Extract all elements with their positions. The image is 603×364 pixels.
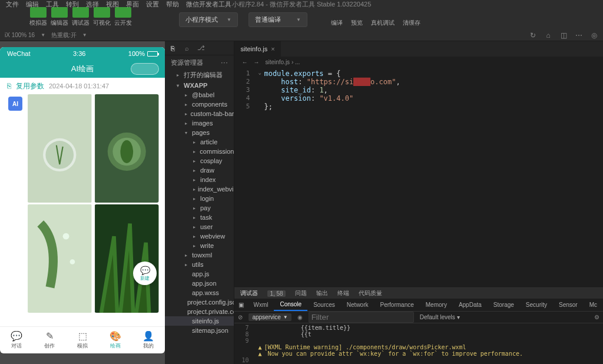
tree-item[interactable]: ▸login [165, 194, 234, 203]
menu-item[interactable]: 视图 [106, 0, 119, 9]
devtools-tab-security[interactable]: Security [520, 299, 553, 311]
image-thumb[interactable] [94, 94, 160, 203]
image-thumb[interactable] [27, 204, 92, 313]
tree-item[interactable]: project.config.json [165, 297, 234, 307]
nav-chat[interactable]: 💬对话 [0, 327, 33, 353]
menu-item[interactable]: 文件 [6, 0, 19, 9]
image-thumb[interactable] [27, 94, 92, 203]
tree-item[interactable]: project.private.config.json [165, 307, 234, 316]
code-editor[interactable]: 1⌄module.exports = { 2 host: "https://si… [234, 67, 603, 287]
nav-back-icon[interactable]: ← [241, 59, 247, 65]
tree-item[interactable]: ▸draw [165, 166, 234, 175]
cloud-toggle[interactable]: 云开发 [114, 7, 132, 27]
tree-item[interactable]: ▸article [165, 137, 234, 147]
menu-item[interactable]: 帮助 [166, 0, 179, 9]
tree-item[interactable]: ▸index_webview [165, 184, 234, 194]
menu-item[interactable]: 界面 [126, 0, 139, 9]
devtools-tab-sources[interactable]: Sources [307, 299, 341, 311]
search-tab-icon[interactable]: ⌕ [181, 43, 192, 54]
camera-icon[interactable]: ◎ [590, 31, 598, 39]
menu-item[interactable]: 转到 [66, 0, 79, 9]
terminal-tab[interactable]: 终端 [337, 289, 349, 297]
tree-item[interactable]: ▸utils [165, 260, 234, 269]
devtools-tab-mc[interactable]: Mc [584, 299, 603, 311]
nav-create[interactable]: ✎创作 [33, 327, 66, 353]
tree-item[interactable]: app.wxss [165, 288, 234, 297]
tree-item[interactable]: ▾pages [165, 128, 234, 137]
tree-item[interactable]: app.js [165, 269, 234, 279]
editor-toggle[interactable]: 编辑器 [51, 7, 68, 27]
tree-item[interactable]: siteinfo.js [165, 316, 234, 326]
menu-item[interactable]: 微信开发者工具 [186, 0, 231, 9]
split-icon[interactable]: ◫ [559, 31, 568, 39]
tree-item[interactable]: ▸webview [165, 231, 234, 241]
menu-item[interactable]: 工具 [46, 0, 59, 9]
tree-item[interactable]: ▸pay [165, 203, 234, 213]
clear-cache-button[interactable]: 清缓存 [403, 19, 420, 27]
mode-select[interactable]: 小程序模式▼ [179, 12, 238, 27]
home-icon[interactable]: ⌂ [544, 31, 552, 39]
inspect-icon[interactable]: ▣ [234, 299, 247, 311]
breadcrumb-path[interactable]: siteinfo.js › ... [265, 59, 300, 65]
tree-item[interactable]: ▸towxml [165, 250, 234, 260]
preview-button[interactable]: 预览 [351, 19, 363, 27]
devtools-tab-sensor[interactable]: Sensor [553, 299, 584, 311]
section-open-editors[interactable]: ▸打开的编辑器 [165, 70, 234, 81]
image-thumb[interactable] [94, 204, 160, 313]
nav-simulate[interactable]: ⬚模拟 [66, 327, 99, 353]
devtools-tab-console[interactable]: Console [274, 299, 307, 311]
remote-debug-button[interactable]: 真机调试 [371, 19, 395, 27]
tree-item[interactable]: app.json [165, 279, 234, 288]
debugger-toggle[interactable]: 调试器 [72, 7, 90, 27]
editor-tab[interactable]: siteinfo.js × [234, 41, 280, 57]
section-project[interactable]: ▾WXAPP [165, 81, 234, 90]
levels-select[interactable]: Default levels ▾ [420, 314, 460, 320]
close-tab-icon[interactable]: × [271, 45, 274, 52]
devtools-tab-appdata[interactable]: AppData [453, 299, 488, 311]
devtools-tab-network[interactable]: Network [341, 299, 375, 311]
tree-item[interactable]: ▸cosplay [165, 156, 234, 166]
output-tab[interactable]: 输出 [316, 289, 328, 297]
capsule-button[interactable] [131, 63, 159, 75]
tree-item[interactable]: ▸images [165, 118, 234, 128]
context-select[interactable]: appservice ▼ [249, 313, 291, 321]
clear-icon[interactable]: ⊘ [238, 314, 243, 320]
hot-reload[interactable]: 热重载:开 [51, 31, 77, 39]
tree-item[interactable]: ▸index [165, 175, 234, 184]
devtools-tab-performance[interactable]: Performance [375, 299, 420, 311]
nav-draw[interactable]: 🎨绘画 [99, 327, 132, 353]
devtools-tab-memory[interactable]: Memory [420, 299, 453, 311]
refresh-icon[interactable]: ↻ [529, 31, 537, 39]
tree-item[interactable]: ▸custom-tab-bar [165, 109, 234, 118]
tree-item[interactable]: ▸task [165, 213, 234, 222]
gear-icon[interactable]: ⚙ [594, 314, 599, 320]
simulator-toggle[interactable]: 模拟器 [29, 7, 47, 27]
menu-item[interactable]: 设置 [146, 0, 159, 9]
dots-icon[interactable]: ⋯ [575, 31, 583, 39]
quality-tab[interactable]: 代码质量 [359, 289, 382, 297]
nav-me[interactable]: 👤我的 [132, 327, 165, 353]
devtools-tab-storage[interactable]: Storage [488, 299, 520, 311]
visual-toggle[interactable]: 可视化 [93, 7, 111, 27]
menu-item[interactable]: 编辑 [26, 0, 39, 9]
problems-tab[interactable]: 问题 [295, 289, 307, 297]
tree-item[interactable]: ▸commission [165, 147, 234, 156]
explorer-tab-icon[interactable]: ⎘ [167, 43, 178, 54]
branch-tab-icon[interactable]: ⎇ [196, 43, 206, 54]
tree-item[interactable]: ▸@babel [165, 90, 234, 100]
devtools-tab-wxml[interactable]: Wxml [247, 299, 274, 311]
nav-fwd-icon[interactable]: → [253, 59, 259, 65]
reuse-params-label[interactable]: 复用参数 [16, 81, 44, 91]
more-icon[interactable]: ··· [221, 59, 228, 66]
filter-input[interactable] [309, 312, 414, 323]
console-output[interactable]: 7 {{item.title}}8 {{t9 ▲[WXML Runtime wa… [234, 323, 603, 364]
tree-item[interactable]: sitemap.json [165, 326, 234, 335]
tree-item[interactable]: ▸user [165, 222, 234, 231]
device-info[interactable]: iX 100% 16 [5, 32, 35, 38]
tree-item[interactable]: ▸write [165, 241, 234, 250]
menu-item[interactable]: 选择 [86, 0, 99, 9]
eye-icon[interactable]: ◉ [297, 314, 303, 320]
compile-mode-select[interactable]: 普通编译▼ [249, 12, 307, 27]
new-fab-button[interactable]: 💬 新建 [133, 262, 157, 285]
tree-item[interactable]: ▸components [165, 100, 234, 109]
